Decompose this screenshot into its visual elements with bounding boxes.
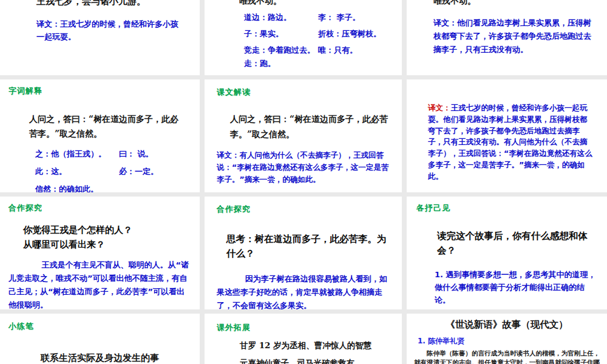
definition-row: 子：果实。 折枝：压弯树枝。 [244,29,398,39]
reflection-point-1: 1. 遇到事情要多想一想，多思考其中的道理，做什么事情都要善于分析才能得出正确的… [435,268,597,306]
slide-thumbnail-7[interactable]: 合作探究 你觉得王戎是个怎样的人？ 从哪里可以看出来？ 王戎是个有主见不盲从、聪… [0,197,200,309]
section-badge: 课外拓展 [217,322,395,333]
section-badge: 合作探究 [217,204,395,215]
slide-thumbnail-2[interactable]: 唯戎不动。 道边：路边。 李： 李子。 子：果实。 折枝：压弯树枝。 竞走：争着… [205,0,402,75]
section-badge: 小练笔 [8,321,191,332]
slide-thumbnail-9[interactable]: 各抒己见 读完这个故事后，你有什么感想和体会？ 1. 遇到事情要多想一想，多思考… [407,197,607,309]
definition-left: 之：他（指王戎）。 [35,149,119,160]
definition-row: 道边：路边。 李： 李子。 [244,12,398,23]
extension-line-1: 甘罗 12 岁为丞相、曹冲惊人的智慧 [240,340,395,351]
section-badge: 字词解释 [8,86,189,96]
discussion-question: 思考：树在道边而多子，此必苦李。为什么？ [226,232,395,261]
extension-line-2: 元嘉神仙童子、司马光破瓮救友 [240,358,395,364]
translation-text: 译文：有人问他为什么（不去摘李子），王戎回答说：“李树在路边竟然还有这么多李子，… [217,149,393,186]
writing-prompt: 联系生活实际及身边发生的事 [8,352,191,364]
discussion-question: 你觉得王戎是个怎样的人？ 从哪里可以看出来？ [23,223,192,252]
slide-thumbnail-11[interactable]: 课外拓展 甘罗 12 岁为丞相、曹冲惊人的智慧 元嘉神仙童子、司马光破瓮救友 [205,314,402,364]
slide-thumbnail-12[interactable]: 《世说新语》故事（现代文） 1. 陈仲举礼贤 陈仲举（陈蕃）的言行成为当时读书人… [407,314,607,364]
slide-thumbnail-4[interactable]: 字词解释 人问之，答曰：“树在道边而多子，此必苦李。”取之信然。 之：他（指王戎… [0,79,200,192]
definition-left: 此：这。 [35,166,119,177]
definition-left: 信然：的确如此。 [35,184,119,192]
slide-thumbnail-1[interactable]: 王戎七岁，尝与诸小儿游。 译文：王戎七岁的时候，曾经和许多小孩一起玩耍。 [0,0,200,75]
story-body-text: 陈仲举（陈蕃）的言行成为当时读书人的楷模，为官刚上任，就有澄清天下的志向。担任豫… [414,349,600,364]
definition-row: 竞走：争着跑过去。 唯：只有。 [244,45,398,56]
question-line-1: 你觉得王戎是个怎样的人？ [23,223,192,237]
definition-left: 走：跑。 [244,58,318,69]
answer-text: 因为李子树在路边很容易被路人看到，如果这些李子好吃的话，肯定早就被路人争相摘走了… [217,272,395,309]
slide-thumbnail-3[interactable]: 唯戎不动。 译文：他们看见路边李树上果实累累，压得树枝都弯下去了，许多孩子都争先… [407,0,607,75]
classic-text-paragraph: 人问之，答曰：“树在道边而多子，此必苦李。”取之信然。 [29,112,182,141]
definition-row: 此：这。 必：一定。 [35,166,189,177]
definition-right: 必：一定。 [119,166,158,177]
classic-text-line: 唯戎不动。 [433,0,599,7]
definition-right: 折枝：压弯树枝。 [318,29,381,39]
translation-text: 王戎七岁的时候，曾经和许多小孩一起玩耍。他们看见路边李树上果实累累，压得树枝都弯… [428,103,592,181]
definition-left: 道边：路边。 [244,12,318,23]
discussion-question: 读完这个故事后，你有什么感想和体会？ [437,229,597,258]
word-definitions: 道边：路边。 李： 李子。 子：果实。 折枝：压弯树枝。 竞走：争着跑过去。 唯… [244,12,398,69]
slide-thumbnail-10[interactable]: 小练笔 联系生活实际及身边发生的事 [0,314,200,364]
definition-right: 唯：只有。 [318,45,358,56]
story-title: 《世说新语》故事（现代文） [414,318,600,331]
section-badge: 课文解读 [217,87,393,98]
slide-thumbnail-8[interactable]: 合作探究 思考：树在道边而多子，此必苦李。为什么？ 因为李子树在路边很容易被路人… [205,197,402,309]
classic-text-paragraph: 人问之，答曰：“树在道边而多子，此必苦李。”取之信然。 [230,112,393,142]
definition-left: 子：果实。 [244,29,318,39]
section-badge: 各抒己见 [416,203,597,214]
story-subtitle: 1. 陈仲举礼贤 [418,336,600,346]
slide-thumbnail-6[interactable]: 译文：王戎七岁的时候，曾经和许多小孩一起玩耍。他们看见路边李树上果实累累，压得树… [407,79,607,192]
slide-grid: 王戎七岁，尝与诸小儿游。 译文：王戎七岁的时候，曾经和许多小孩一起玩耍。 唯戎不… [0,0,607,364]
translation-text: 译文：他们看见路边李树上果实累累，压得树枝都弯下去了，许多孩子都争先恐后地跑过去… [433,16,596,56]
section-badge: 合作探究 [8,203,192,214]
definition-row: 走：跑。 [244,58,398,69]
definition-right: 曰： 说。 [119,149,154,160]
classic-text-line: 王戎七岁，尝与诸小儿游。 [36,0,186,7]
full-translation-paragraph: 译文：王戎七岁的时候，曾经和许多小孩一起玩耍。他们看见路边李树上果实累累，压得树… [428,103,594,183]
translation-text: 译文：王戎七岁的时候，曾经和许多小孩一起玩耍。 [36,18,185,43]
translation-label: 译文： [428,103,451,112]
definition-left: 竞走：争着跑过去。 [244,45,318,56]
definition-right: 李： 李子。 [318,12,361,23]
word-definitions: 之：他（指王戎）。 曰： 说。 此：这。 必：一定。 信然：的确如此。 [35,149,189,192]
classic-text-line: 唯戎不动。 [239,0,398,7]
slide-thumbnail-5[interactable]: 课文解读 人问之，答曰：“树在道边而多子，此必苦李。”取之信然。 译文：有人问他… [205,79,402,192]
definition-row: 之：他（指王戎）。 曰： 说。 [35,149,189,160]
definition-row: 信然：的确如此。 [35,184,189,192]
answer-text: 王戎是个有主见不盲从、聪明的人。从“诸儿竞走取之，唯戎不动”可以看出他不随主流，… [8,258,192,309]
slide-sorter-viewport: 王戎七岁，尝与诸小儿游。 译文：王戎七岁的时候，曾经和许多小孩一起玩耍。 唯戎不… [0,0,607,364]
question-line-2: 从哪里可以看出来？ [23,237,192,252]
